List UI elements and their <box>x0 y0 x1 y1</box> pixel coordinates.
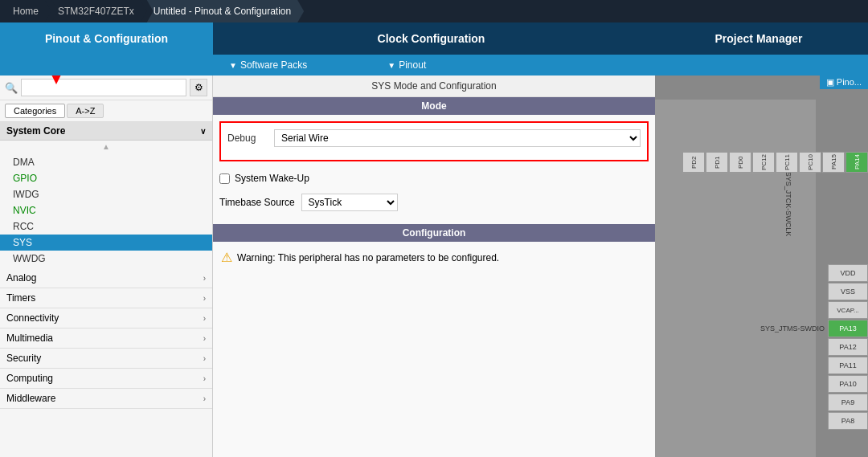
pin-pa15[interactable]: PA15 <box>822 152 845 173</box>
top-pins: PD2 PD1 PD0 PC12 PC11 PC10 PA15 PA14 <box>682 152 868 173</box>
debug-row: Debug Serial Wire No Debug JTAG (5 pins)… <box>227 129 641 147</box>
timebase-select[interactable]: SysTick <box>301 194 398 211</box>
breadcrumb-device[interactable]: STM32F407ZETx <box>51 0 147 22</box>
sub-tab-pinout[interactable]: ▼ Pinout <box>371 59 442 71</box>
section-middleware[interactable]: Middleware › <box>0 389 212 409</box>
tab-header: Pinout & Configuration Clock Configurati… <box>0 22 868 55</box>
chevron-right-icon: › <box>203 394 206 403</box>
section-security[interactable]: Security › <box>0 349 212 369</box>
pin-pc11[interactable]: PC11 <box>776 152 798 173</box>
chevron-right-icon: › <box>203 374 206 383</box>
mode-config-box: Debug Serial Wire No Debug JTAG (5 pins)… <box>219 121 649 161</box>
timebase-row: Timebase Source SysTick <box>219 194 649 211</box>
chevron-icon: ▼ <box>387 61 395 70</box>
section-multimedia[interactable]: Multimedia › <box>0 328 212 349</box>
tab-pinout-config[interactable]: Pinout & Configuration <box>0 22 213 55</box>
tab-az[interactable]: A->Z <box>67 104 104 118</box>
chevron-down-icon: ∨ <box>200 127 206 136</box>
section-timers[interactable]: Timers › <box>0 288 212 308</box>
pin-pd2[interactable]: PD2 <box>682 152 705 173</box>
breadcrumb-home[interactable]: Home <box>6 0 51 22</box>
debug-label: Debug <box>227 133 268 144</box>
pin-row-vcap: VCAP... <box>760 301 868 319</box>
sidebar-item-gpio[interactable]: GPIO <box>0 170 212 186</box>
pin-pa9[interactable]: PA9 <box>828 394 868 411</box>
pinout-tab[interactable]: ▣ Pino... <box>820 75 868 89</box>
sidebar-item-sys[interactable]: SYS <box>0 235 212 251</box>
pin-pa8[interactable]: PA8 <box>828 412 868 430</box>
section-connectivity[interactable]: Connectivity › <box>0 308 212 328</box>
section-computing[interactable]: Computing › <box>0 369 212 389</box>
chevron-right-icon: › <box>203 354 206 363</box>
main-content: 🔍 ⚙ Categories A->Z System Core ∨ ▲ DMA … <box>0 75 868 457</box>
right-pins: VDD VSS VCAP... SYS_JTMS-SWDIO PA13 PA12… <box>760 264 868 430</box>
pin-pa14[interactable]: PA14 <box>845 152 868 173</box>
sidebar-item-nvic[interactable]: NVIC <box>0 202 212 218</box>
pin-row-pa8: PA8 <box>760 412 868 430</box>
settings-button[interactable]: ⚙ <box>190 79 207 96</box>
pin-row-pa10: PA10 <box>760 375 868 393</box>
tab-categories[interactable]: Categories <box>5 104 65 118</box>
sidebar-item-iwdg[interactable]: IWDG <box>0 186 212 202</box>
pin-pd1[interactable]: PD1 <box>706 152 728 173</box>
tab-project-manager[interactable]: Project Manager <box>649 22 868 55</box>
scroll-up-icon[interactable]: ▲ <box>102 142 110 151</box>
pin-vdd[interactable]: VDD <box>828 264 868 282</box>
search-input[interactable] <box>21 79 186 96</box>
sub-tab-bar: ▼ Software Packs ▼ Pinout <box>0 55 868 75</box>
warning-icon: ⚠ <box>221 250 232 265</box>
pin-vss[interactable]: VSS <box>828 283 868 300</box>
sidebar: 🔍 ⚙ Categories A->Z System Core ∨ ▲ DMA … <box>0 75 213 457</box>
section-analog[interactable]: Analog › <box>0 268 212 288</box>
pin-row-pa11: PA11 <box>760 357 868 374</box>
sub-tab-software-packs[interactable]: ▼ Software Packs <box>213 59 323 71</box>
center-panel: SYS Mode and Configuration Mode Debug Se… <box>213 75 655 457</box>
pin-pa11[interactable]: PA11 <box>828 357 868 374</box>
pin-pc12[interactable]: PC12 <box>752 152 775 173</box>
chevron-right-icon: › <box>203 334 206 343</box>
section-system-core[interactable]: System Core ∨ <box>0 122 212 141</box>
chevron-right-icon: › <box>203 274 206 283</box>
config-section-header: Configuration <box>213 224 655 242</box>
breadcrumb-bar: Home STM32F407ZETx Untitled - Pinout & C… <box>0 0 868 22</box>
pin-row-pa9: PA9 <box>760 394 868 411</box>
pin-pa13-sys-label: SYS_JTMS-SWDIO <box>760 324 825 333</box>
sys-jtck-label: SYS_JTCK-SWCLK <box>785 172 793 237</box>
pin-pd0[interactable]: PD0 <box>729 152 751 173</box>
sidebar-tabs: Categories A->Z <box>0 100 212 122</box>
system-wakeup-row: System Wake-Up <box>219 173 649 184</box>
sidebar-item-rcc[interactable]: RCC <box>0 218 212 235</box>
debug-select[interactable]: Serial Wire No Debug JTAG (5 pins) JTAG … <box>274 129 641 147</box>
right-chip-panel: ▣ Pino... SYS_JTCK-SWCLK PD2 PD1 PD0 PC1… <box>655 75 868 457</box>
chevron-icon: ▼ <box>229 61 237 70</box>
mode-section-header: Mode <box>213 97 655 115</box>
breadcrumb-current[interactable]: Untitled - Pinout & Configuration <box>147 0 304 22</box>
panel-title: SYS Mode and Configuration <box>213 75 655 97</box>
pin-row-vdd: VDD <box>760 264 868 282</box>
pin-pc10[interactable]: PC10 <box>799 152 821 173</box>
pin-pa13[interactable]: PA13 <box>828 320 868 337</box>
search-icon: 🔍 <box>5 82 18 94</box>
chevron-right-icon: › <box>203 294 206 303</box>
warning-row: ⚠ Warning: This peripheral has no parame… <box>213 242 655 273</box>
pin-pa12[interactable]: PA12 <box>828 338 868 356</box>
pin-row-vss: VSS <box>760 283 868 300</box>
pin-row-pa12: PA12 <box>760 338 868 356</box>
tab-clock-config[interactable]: Clock Configuration <box>213 22 649 55</box>
sidebar-search-area: 🔍 ⚙ <box>0 75 212 100</box>
chevron-right-icon: › <box>203 314 206 323</box>
system-core-items: DMA GPIO IWDG NVIC RCC SYS WWDG <box>0 153 212 268</box>
pin-pa10[interactable]: PA10 <box>828 375 868 393</box>
sidebar-item-dma[interactable]: DMA <box>0 154 212 170</box>
system-wakeup-checkbox[interactable] <box>219 173 230 184</box>
pin-vcap[interactable]: VCAP... <box>828 301 868 319</box>
pin-row-pa13: SYS_JTMS-SWDIO PA13 <box>760 320 868 337</box>
sidebar-item-wwdg[interactable]: WWDG <box>0 251 212 267</box>
